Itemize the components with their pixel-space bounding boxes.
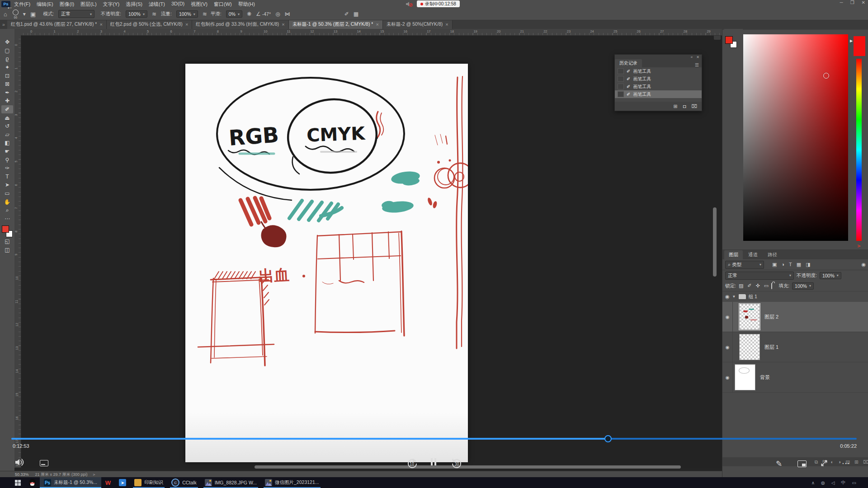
panel-menu-icon[interactable]: ☰ bbox=[695, 62, 699, 67]
history-snapshot-cell[interactable] bbox=[618, 91, 624, 97]
hue-slider[interactable] bbox=[856, 59, 862, 241]
brush-angle[interactable]: ∠ -47° bbox=[256, 11, 271, 17]
filter-shape-icon[interactable]: ▦ bbox=[797, 262, 801, 267]
minimize-icon[interactable]: ─ bbox=[840, 0, 843, 5]
filter-smart-object-icon[interactable]: ◨ bbox=[806, 262, 810, 267]
opacity-dropdown[interactable]: 100%▾ bbox=[126, 10, 147, 18]
tab-路径[interactable]: 路径 bbox=[763, 250, 782, 259]
layer-row[interactable]: ◉图层 2 bbox=[722, 302, 868, 332]
history-brush-tool[interactable]: ↺ bbox=[1, 122, 13, 131]
menu-item[interactable]: 窗口(W) bbox=[214, 1, 232, 8]
edit-toolbar-icon[interactable]: ✐ bbox=[344, 11, 349, 17]
blend-mode-dropdown[interactable]: 正常▾ bbox=[725, 272, 794, 280]
visibility-eye-icon[interactable]: ◉ bbox=[725, 294, 730, 300]
healing-brush-tool[interactable]: ✚ bbox=[1, 97, 13, 105]
menu-item[interactable]: 帮助(H) bbox=[238, 1, 255, 8]
close-icon[interactable]: × bbox=[99, 22, 102, 27]
vertical-scrollbar[interactable] bbox=[713, 207, 717, 277]
close-icon[interactable]: × bbox=[445, 22, 448, 27]
status-arrow-icon[interactable]: ＞ bbox=[92, 472, 96, 478]
symmetry-icon[interactable]: ⋈ bbox=[285, 11, 290, 17]
docs-app[interactable]: ➤ bbox=[115, 477, 130, 488]
brush-tool[interactable]: ✐ bbox=[1, 105, 13, 114]
menu-item[interactable]: 文字(Y) bbox=[103, 1, 120, 8]
filter-pixel-icon[interactable]: ▣ bbox=[772, 262, 777, 267]
collapse-panel-icon[interactable]: « bbox=[691, 55, 693, 59]
pip-button[interactable] bbox=[797, 460, 807, 467]
history-snapshot-cell[interactable] bbox=[618, 84, 624, 89]
history-tab[interactable]: 历史记录 bbox=[615, 59, 642, 67]
crop-tool[interactable]: ⊡ bbox=[1, 71, 13, 80]
tray-message-icon[interactable]: ▭ bbox=[852, 480, 856, 485]
close-panel-icon[interactable]: ✕ bbox=[696, 55, 699, 59]
lock-all-icon[interactable] bbox=[771, 283, 772, 289]
adjustment-layer-icon[interactable]: ◑ bbox=[838, 459, 841, 465]
menu-item[interactable]: 编辑(E) bbox=[37, 1, 53, 8]
fill-dropdown[interactable]: 100%▾ bbox=[792, 282, 814, 290]
photo-viewer-task-2[interactable]: 微信图片_2023121... bbox=[261, 477, 323, 488]
layer-filter-dropdown[interactable]: ⌕ 类型 ▾ bbox=[725, 261, 764, 269]
lock-artboard-icon[interactable]: ▭ bbox=[764, 283, 769, 289]
filter-type-icon[interactable]: T bbox=[789, 262, 792, 267]
dodge-tool[interactable]: ⚲ bbox=[1, 155, 13, 164]
document-tab[interactable]: 未标题-1 @ 50.3% (图层 2, CMYK/8) *× bbox=[289, 20, 383, 29]
delete-layer-icon[interactable]: ⌧ bbox=[863, 459, 868, 465]
menu-item[interactable]: 滤镜(T) bbox=[149, 1, 165, 8]
history-item[interactable]: ✐画笔工具 bbox=[615, 75, 702, 83]
panel-color-swatches[interactable] bbox=[725, 36, 737, 48]
lasso-tool[interactable]: ϱ bbox=[1, 55, 13, 63]
frame-tool[interactable]: ⊠ bbox=[1, 80, 13, 89]
brush-preset-picker[interactable]: 66 bbox=[13, 9, 19, 19]
chevron-down-icon[interactable]: ▼ bbox=[732, 295, 736, 299]
wps-app[interactable]: W bbox=[101, 477, 115, 488]
document-tab[interactable]: 红包1.psd @ 43.6% (图层 27, CMYK/8) *× bbox=[7, 20, 107, 29]
document-tab[interactable]: 红包制作.psd @ 33.3% (封面, CMYK/8)× bbox=[192, 20, 288, 29]
smudge-tool[interactable]: ☛ bbox=[1, 147, 13, 156]
more-options-button[interactable]: ⋯ bbox=[842, 459, 849, 468]
tray-network-icon[interactable]: ◍ bbox=[821, 480, 825, 485]
color-cursor-icon[interactable] bbox=[823, 73, 829, 79]
lock-transparency-icon[interactable]: ▨ bbox=[739, 283, 743, 289]
layer-mask-icon[interactable]: ◐ bbox=[830, 459, 833, 465]
cctalk-task[interactable]: CCCtalk bbox=[167, 477, 201, 488]
move-tool[interactable]: ✥ bbox=[1, 38, 13, 47]
layer-row[interactable]: ◉图层 1 bbox=[722, 332, 868, 362]
document-tab[interactable]: 未标题-2 @ 50%(CMYK/8)× bbox=[383, 20, 453, 29]
zoom-level[interactable]: 50.33% bbox=[15, 472, 29, 477]
history-item[interactable]: ✐画笔工具 bbox=[615, 90, 702, 98]
filter-pin-icon[interactable]: ◉ bbox=[861, 262, 866, 267]
pen-tool[interactable]: ✑ bbox=[1, 164, 13, 173]
gradient-tool[interactable]: ◧ bbox=[1, 139, 13, 147]
maximize-icon[interactable]: ❐ bbox=[850, 0, 854, 5]
brush-settings-icon[interactable]: ▾ bbox=[23, 11, 26, 17]
smoothing-dropdown[interactable]: 0%▾ bbox=[226, 10, 242, 18]
quick-mask-icon[interactable]: ◱ bbox=[1, 237, 13, 246]
visibility-eye-icon[interactable]: ◉ bbox=[722, 302, 733, 332]
workspace-grid-icon[interactable]: ▦ bbox=[354, 11, 359, 17]
tab-通道[interactable]: 通道 bbox=[744, 250, 762, 259]
quick-selection-tool[interactable]: ✦ bbox=[1, 63, 13, 72]
history-item[interactable]: ✐画笔工具 bbox=[615, 83, 702, 90]
layer-row[interactable]: ◉背景 bbox=[722, 362, 868, 393]
eyedropper-tool[interactable]: ✒ bbox=[1, 89, 13, 97]
pen-pressure-icon[interactable]: ◎ bbox=[275, 11, 280, 17]
menu-item[interactable]: 视图(V) bbox=[191, 1, 208, 8]
opacity-pressure-icon[interactable]: ≋ bbox=[152, 11, 156, 17]
screen-mode-icon[interactable]: ◫ bbox=[1, 246, 13, 254]
hand-tool[interactable]: ✋ bbox=[1, 197, 13, 206]
marquee-tool[interactable]: ▢ bbox=[1, 47, 13, 55]
menu-item[interactable]: 文件(F) bbox=[14, 1, 30, 8]
tab-图层[interactable]: 图层 bbox=[724, 250, 743, 259]
menu-item[interactable]: 图像(I) bbox=[60, 1, 74, 8]
color-swatches[interactable] bbox=[2, 225, 13, 237]
shrink-button[interactable] bbox=[820, 459, 828, 467]
start-button[interactable] bbox=[11, 477, 25, 488]
seek-bar[interactable] bbox=[11, 438, 857, 440]
path-select-tool[interactable]: ➤ bbox=[1, 181, 13, 189]
pause-button[interactable] bbox=[431, 458, 436, 465]
link-layers-icon[interactable]: ⧉ bbox=[815, 459, 818, 465]
forward-30-button[interactable]: 30 bbox=[450, 457, 463, 470]
history-snapshot-cell[interactable] bbox=[618, 68, 624, 74]
mode-dropdown[interactable]: 正常▾ bbox=[58, 10, 94, 18]
layer-group-row[interactable]: ◉ ▼ 组 1 bbox=[722, 291, 868, 302]
